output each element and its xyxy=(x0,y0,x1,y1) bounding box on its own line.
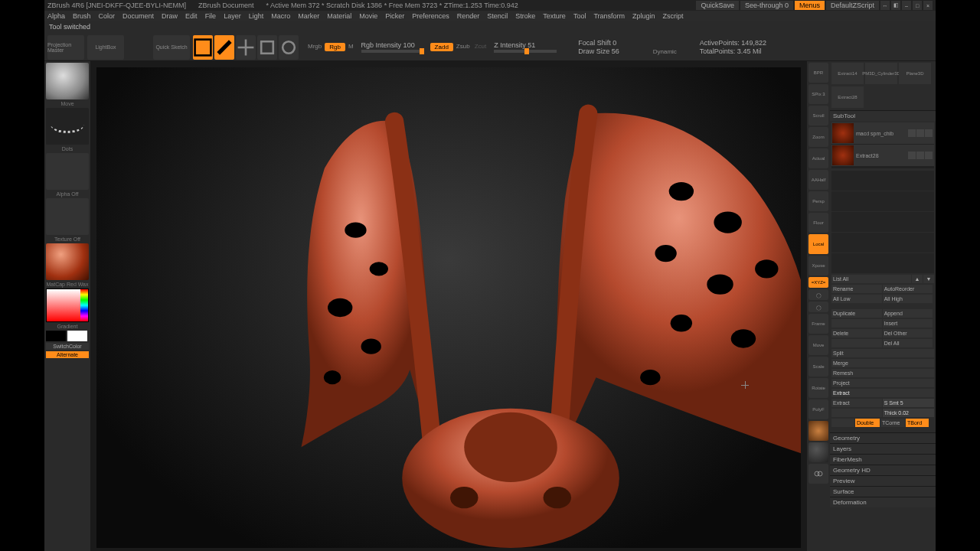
project-button[interactable]: Project xyxy=(831,379,934,387)
menu-item[interactable]: Tool xyxy=(573,12,586,20)
delother-button[interactable]: Del Other xyxy=(883,329,933,337)
section-layers[interactable]: Layers xyxy=(830,443,936,454)
scroll-button[interactable]: Scroll xyxy=(808,106,828,126)
bpr-button[interactable]: BPR xyxy=(808,63,828,83)
local-button[interactable]: Local xyxy=(808,234,828,254)
arrow-icon[interactable]: ↔ xyxy=(880,1,890,10)
switchcolor-button[interactable]: SwitchColor xyxy=(46,343,89,350)
eye-icon[interactable] xyxy=(925,129,933,137)
menu-item[interactable]: Zscript xyxy=(663,12,684,20)
insert-button[interactable]: Insert xyxy=(883,319,933,328)
color-picker[interactable] xyxy=(46,289,89,322)
eye-icon[interactable] xyxy=(925,152,933,159)
quicksave-button[interactable]: QuickSave xyxy=(696,1,739,10)
ssmt-field[interactable]: S Smt 5 xyxy=(883,399,934,407)
color-swatch-white[interactable] xyxy=(67,331,87,341)
rename-button[interactable]: Rename xyxy=(831,285,882,293)
menu-item[interactable]: Render xyxy=(457,12,480,20)
alllow-button[interactable]: All Low xyxy=(831,295,882,303)
menu-item[interactable]: Document xyxy=(122,12,154,20)
listall-button[interactable]: List All xyxy=(831,275,911,283)
subtool-row[interactable]: Extract28 xyxy=(831,145,934,166)
gradient-label[interactable]: Gradient xyxy=(46,324,89,329)
append-button[interactable]: Append xyxy=(883,309,933,318)
close-icon[interactable]: × xyxy=(923,1,933,10)
tool-thumb[interactable]: PM3D_Cylinder3D xyxy=(865,63,897,84)
up-arrow-icon[interactable]: ▲ xyxy=(912,275,923,283)
m-toggle[interactable]: M xyxy=(348,43,354,51)
stroke-thumbnail[interactable] xyxy=(46,108,89,145)
tool-thumb[interactable]: Plane3D xyxy=(899,63,931,84)
remesh-button[interactable]: Remesh xyxy=(831,369,934,377)
zcut-toggle[interactable]: Zcut xyxy=(475,43,487,51)
seethrough-slider[interactable]: See-through 0 xyxy=(740,1,793,10)
projection-master-button[interactable]: Projection Master xyxy=(47,35,84,60)
transp-button[interactable] xyxy=(808,464,828,484)
extract-header[interactable]: Extract xyxy=(831,389,934,397)
section-geometry[interactable]: Geometry xyxy=(830,432,936,443)
subtool-header[interactable]: SubTool xyxy=(830,110,936,121)
autoreorder-button[interactable]: AutoReorder xyxy=(883,285,933,293)
section-deformation[interactable]: Deformation xyxy=(830,497,936,507)
menu-item[interactable]: Color xyxy=(99,12,116,20)
menu-item[interactable]: Draw xyxy=(162,12,178,20)
extract-button[interactable]: Extract xyxy=(831,399,882,407)
zsub-toggle[interactable]: Zsub xyxy=(456,43,470,51)
tool-thumb[interactable]: Extract28 xyxy=(831,86,864,108)
menu-item[interactable]: Marker xyxy=(298,12,319,20)
eye-icon[interactable] xyxy=(908,129,916,137)
mrgb-label[interactable]: Mrgb xyxy=(308,43,322,51)
minimize-icon[interactable]: – xyxy=(902,1,911,10)
move-button[interactable]: Move xyxy=(808,335,828,355)
floor-button[interactable]: Floor xyxy=(808,213,828,233)
tcorne-toggle[interactable]: TCorne xyxy=(880,419,905,427)
lightbox-button[interactable]: LightBox xyxy=(87,35,124,60)
rotate-button[interactable]: Rotate xyxy=(808,378,828,398)
brush-thumbnail[interactable] xyxy=(46,63,89,99)
quicksketch-button[interactable]: Quick Sketch xyxy=(153,35,190,60)
scale-button[interactable]: Scale xyxy=(808,357,828,377)
default-zscript[interactable]: DefaultZScript xyxy=(826,1,879,10)
xyz-button[interactable]: =XYZ= xyxy=(808,277,828,288)
maximize-icon[interactable]: □ xyxy=(913,1,922,10)
circle1-button[interactable]: ◯ xyxy=(808,289,828,300)
material-thumbnail[interactable] xyxy=(46,243,89,280)
down-arrow-icon[interactable]: ▼ xyxy=(923,275,934,283)
viewport[interactable] xyxy=(96,67,801,548)
menu-item[interactable]: Brush xyxy=(73,12,91,20)
color-swatch-black[interactable] xyxy=(46,331,66,341)
actual-button[interactable]: Actual xyxy=(808,148,828,168)
scale-mode-button[interactable] xyxy=(257,35,277,60)
menu-item[interactable]: Material xyxy=(327,12,351,20)
menu-item[interactable]: Transform xyxy=(593,12,625,20)
move-mode-button[interactable] xyxy=(236,35,256,60)
alternate-button[interactable]: Alternate xyxy=(46,351,89,358)
delall-button[interactable]: Del All xyxy=(883,339,933,347)
menu-item[interactable]: Macro xyxy=(271,12,290,20)
section-geometryhd[interactable]: Geometry HD xyxy=(830,465,936,475)
polyf-button[interactable]: PolyF xyxy=(808,399,828,419)
rgb-toggle[interactable]: Rgb xyxy=(325,43,345,51)
z-intensity-slider[interactable] xyxy=(494,50,557,53)
xpose-button[interactable]: Xpose xyxy=(808,256,828,276)
persp-button[interactable]: Persp xyxy=(808,191,828,211)
edit-mode-button[interactable] xyxy=(193,35,213,60)
frame-button[interactable]: Frame xyxy=(808,314,828,334)
menu-item[interactable]: Picker xyxy=(385,12,404,20)
eye-icon[interactable] xyxy=(916,129,924,137)
menu-item[interactable]: File xyxy=(205,12,217,20)
allhigh-button[interactable]: All High xyxy=(883,295,933,303)
tool-thumb[interactable]: Extract14 xyxy=(831,63,864,84)
circle2-button[interactable]: ◯ xyxy=(808,302,828,312)
section-preview[interactable]: Preview xyxy=(830,475,936,486)
duplicate-button[interactable]: Duplicate xyxy=(831,309,882,318)
split-button[interactable]: Split xyxy=(831,349,934,357)
section-surface[interactable]: Surface xyxy=(830,486,936,497)
material-preview[interactable] xyxy=(808,421,828,441)
menus-toggle[interactable]: Menus xyxy=(795,1,825,10)
aahalf-button[interactable]: AAHalf xyxy=(808,170,828,190)
rotate-mode-button[interactable] xyxy=(279,35,299,60)
menu-item[interactable]: Preferences xyxy=(412,12,449,20)
texture-thumbnail[interactable] xyxy=(46,198,89,235)
zoom-button[interactable]: Zoom xyxy=(808,127,828,147)
